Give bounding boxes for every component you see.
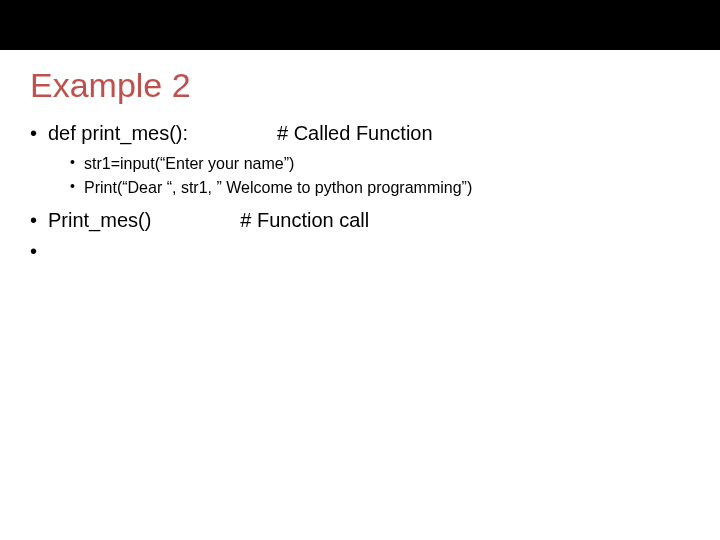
content-list: def print_mes(): # Called Function str1=… (30, 119, 720, 235)
code-call: Print_mes() (48, 206, 151, 235)
comment-called-function: # Called Function (277, 119, 433, 148)
bullet-call-line: Print_mes() # Function call (30, 206, 720, 235)
spacer (188, 119, 277, 148)
spacer (151, 206, 240, 235)
sub-bullet-print: Print(“Dear “, str1, ” Welcome to python… (70, 176, 720, 200)
comment-function-call: # Function call (240, 206, 369, 235)
slide-title: Example 2 (30, 66, 720, 105)
code-def: def print_mes(): (48, 119, 188, 148)
top-bar (0, 0, 720, 50)
sub-list: str1=input(“Enter your name”) Print(“Dea… (70, 152, 720, 200)
bullet-def-line: def print_mes(): # Called Function str1=… (30, 119, 720, 200)
slide: Example 2 def print_mes(): # Called Func… (0, 0, 720, 540)
sub-bullet-input: str1=input(“Enter your name”) (70, 152, 720, 176)
